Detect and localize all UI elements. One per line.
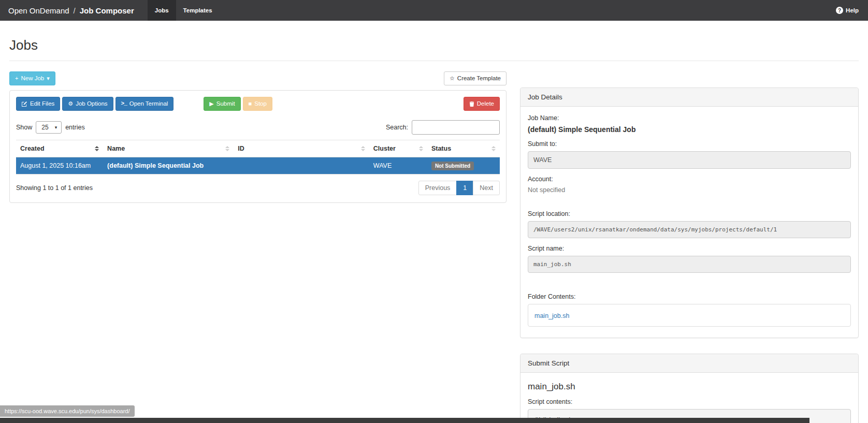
cluster-header-label: Cluster: [373, 145, 396, 152]
breadcrumb: Open OnDemand / Job Composer: [0, 0, 142, 21]
status-bar-url: https://scu-ood.wave.scu.edu/pun/sys/das…: [0, 405, 135, 417]
new-job-label: New Job: [21, 75, 44, 82]
tab-templates[interactable]: Templates: [176, 0, 220, 21]
folder-contents-box: main_job.sh: [528, 304, 851, 327]
sort-icon: [419, 146, 423, 151]
navbar-right: ? Help: [836, 0, 868, 21]
jobs-table-panel: Edit Files ⚙ Job Options >_ Open Termina…: [9, 90, 507, 203]
id-header-label: ID: [238, 145, 244, 152]
col-header-cluster[interactable]: Cluster: [369, 140, 427, 157]
question-circle-icon: ?: [836, 7, 843, 14]
status-header-label: Status: [431, 145, 451, 152]
job-options-button[interactable]: ⚙ Job Options: [62, 97, 113, 111]
edit-files-label: Edit Files: [30, 100, 54, 108]
navbar-tabs: Jobs Templates: [148, 0, 220, 21]
col-header-name[interactable]: Name: [103, 140, 234, 157]
stop-label: Stop: [254, 100, 267, 108]
terminal-icon: >_: [121, 101, 127, 107]
job-name-cell: (default) Simple Sequential Job: [103, 157, 234, 174]
script-file-name: main_job.sh: [528, 382, 851, 392]
pagination-previous[interactable]: Previous: [418, 181, 457, 195]
job-options-label: Job Options: [76, 100, 107, 108]
gear-icon: ⚙: [68, 101, 73, 107]
account-value: Not specified: [528, 186, 851, 194]
open-terminal-button[interactable]: >_ Open Terminal: [115, 97, 174, 111]
pagination: Previous 1 Next: [418, 181, 500, 195]
create-template-label: Create Template: [457, 75, 501, 82]
status-badge: Not Submitted: [431, 162, 474, 170]
show-label: Show: [16, 124, 32, 131]
job-created-cell: August 1, 2025 10:16am: [16, 157, 103, 174]
open-terminal-label: Open Terminal: [129, 100, 168, 108]
page-title: Jobs: [9, 37, 859, 53]
submit-to-field: WAVE: [528, 151, 851, 169]
table-header-row: Created Name ID Cluster Status: [16, 140, 500, 157]
page-content: Jobs + New Job ▾ ☆ Create Template: [0, 37, 868, 423]
submit-script-header: Submit Script: [520, 354, 858, 373]
script-name-field: main_job.sh: [528, 256, 851, 273]
folder-contents-label: Folder Contents:: [528, 293, 851, 300]
account-label: Account:: [528, 176, 851, 183]
script-location-label: Script location:: [528, 210, 851, 217]
script-contents-label: Script contents:: [528, 398, 851, 405]
page-length-select[interactable]: 25 ▾: [36, 121, 62, 134]
spacer: [528, 197, 851, 210]
help-link[interactable]: ? Help: [836, 7, 859, 14]
details-column: Job Details Job Name: (default) Simple S…: [520, 71, 859, 423]
search-label: Search:: [386, 124, 408, 131]
col-header-id[interactable]: ID: [234, 140, 369, 157]
job-row-selected[interactable]: August 1, 2025 10:16am (default) Simple …: [16, 157, 500, 174]
create-template-button[interactable]: ☆ Create Template: [444, 71, 507, 85]
jobs-column: + New Job ▾ ☆ Create Template: [9, 71, 507, 203]
edit-files-button[interactable]: Edit Files: [16, 97, 60, 111]
caret-down-icon: ▾: [47, 76, 50, 81]
sort-icon: [95, 146, 99, 151]
edit-icon: [22, 101, 27, 107]
window-bottom-edge: [0, 418, 809, 423]
submit-button[interactable]: ▶ Submit: [204, 97, 240, 111]
created-header-label: Created: [20, 145, 45, 152]
trash-icon: [469, 101, 474, 107]
submit-label: Submit: [216, 100, 235, 108]
submit-to-label: Submit to:: [528, 140, 851, 148]
script-name-label: Script name:: [528, 245, 851, 252]
star-icon: ☆: [450, 76, 455, 81]
submit-script-panel: Submit Script main_job.sh Script content…: [520, 354, 859, 423]
tab-jobs[interactable]: Jobs: [148, 0, 176, 21]
sort-icon: [491, 146, 496, 151]
delete-label: Delete: [477, 100, 494, 108]
stop-button[interactable]: ■ Stop: [243, 97, 272, 111]
play-icon: ▶: [209, 101, 213, 107]
job-details-header: Job Details: [520, 88, 858, 107]
entries-label: entries: [65, 124, 85, 131]
search-input[interactable]: [412, 120, 500, 135]
script-location-field: /WAVE/users2/unix/rsanatkar/ondemand/dat…: [528, 221, 851, 238]
plus-icon: +: [15, 76, 18, 81]
jobs-table: Created Name ID Cluster Status August 1,…: [16, 140, 500, 174]
job-status-cell: Not Submitted: [427, 157, 500, 174]
job-cluster-cell: WAVE: [369, 157, 427, 174]
table-info: Showing 1 to 1 of 1 entries: [16, 184, 93, 192]
name-header-label: Name: [107, 145, 125, 152]
help-label: Help: [846, 7, 859, 13]
job-name-label: Job Name:: [528, 114, 851, 122]
pagination-page-1[interactable]: 1: [456, 181, 473, 195]
delete-button[interactable]: Delete: [464, 97, 500, 111]
job-details-panel: Job Details Job Name: (default) Simple S…: [520, 87, 859, 338]
top-navbar: Open OnDemand / Job Composer Jobs Templa…: [0, 0, 868, 21]
sort-icon: [361, 146, 365, 151]
app-title[interactable]: Job Composer: [80, 6, 134, 15]
col-header-created[interactable]: Created: [16, 140, 103, 157]
brand-link[interactable]: Open OnDemand: [8, 6, 69, 15]
job-id-cell: [234, 157, 369, 174]
spacer: [528, 280, 851, 293]
page-length-value: 25: [41, 124, 48, 131]
pagination-next[interactable]: Next: [473, 181, 500, 195]
title-divider: [9, 61, 859, 61]
new-job-button[interactable]: + New Job ▾: [9, 71, 55, 85]
col-header-status[interactable]: Status: [427, 140, 500, 157]
folder-file-link[interactable]: main_job.sh: [534, 312, 569, 319]
job-name-value: (default) Simple Sequential Job: [528, 125, 851, 134]
sort-icon: [225, 146, 229, 151]
breadcrumb-separator: /: [74, 6, 76, 15]
